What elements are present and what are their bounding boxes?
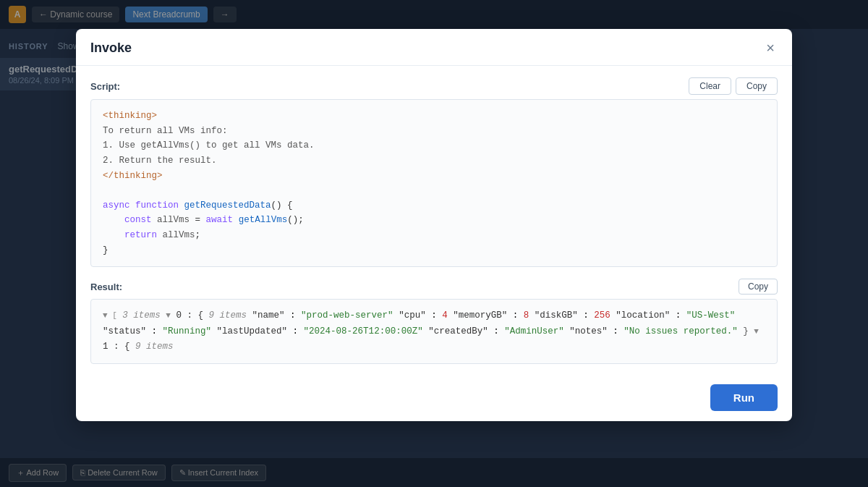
script-section-header: Script: Clear Copy	[90, 77, 778, 95]
result-label: Result:	[90, 281, 122, 292]
modal-overlay: Invoke × Script: Clear Copy <thinking> T…	[0, 0, 868, 487]
modal-body: Script: Clear Copy <thinking> To return …	[76, 66, 792, 376]
result-box[interactable]: ▼ [ 3 items ▼ 0 : { 9 items "name" : "pr…	[90, 299, 778, 364]
result-section-header: Result: Copy	[90, 279, 778, 295]
modal-header: Invoke ×	[76, 29, 792, 66]
script-label: Script:	[90, 81, 120, 92]
invoke-modal: Invoke × Script: Clear Copy <thinking> T…	[76, 29, 792, 421]
script-btn-group: Clear Copy	[689, 77, 778, 95]
script-section: Script: Clear Copy <thinking> To return …	[90, 77, 778, 267]
copy-script-button[interactable]: Copy	[736, 77, 778, 95]
clear-button[interactable]: Clear	[689, 77, 731, 95]
modal-close-button[interactable]: ×	[763, 39, 778, 56]
script-code-box[interactable]: <thinking> To return all VMs info: 1. Us…	[90, 99, 778, 267]
copy-result-button[interactable]: Copy	[739, 279, 778, 295]
run-button[interactable]: Run	[710, 384, 778, 411]
result-section: Result: Copy ▼ [ 3 items ▼ 0 : { 9 items…	[90, 279, 778, 364]
modal-footer: Run	[76, 376, 792, 421]
modal-title: Invoke	[90, 41, 132, 56]
